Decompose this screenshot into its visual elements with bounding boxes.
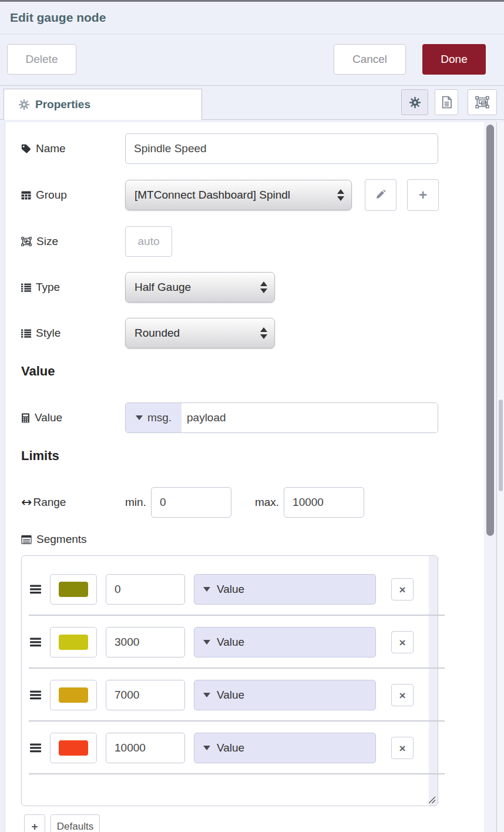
appearance-tab-button[interactable]	[468, 89, 497, 115]
drag-handle-icon[interactable]	[30, 690, 42, 700]
dialog-header: Edit gauge node	[0, 2, 504, 34]
select-arrows-icon	[260, 281, 267, 293]
window-scrollbar-track[interactable]	[498, 122, 504, 832]
name-label: Name	[21, 142, 125, 155]
arrows-horizontal-icon: ↔	[21, 496, 32, 509]
delete-segment-button[interactable]: ×	[391, 631, 414, 653]
caret-down-icon	[203, 640, 210, 645]
segment-row: Value ×	[30, 722, 438, 774]
tab-properties-label: Properties	[35, 98, 90, 111]
segment-value-input[interactable]	[106, 733, 185, 763]
size-row: Size auto	[21, 226, 496, 257]
segment-row: Value ×	[30, 669, 438, 722]
range-label: ↔ Range	[21, 496, 125, 509]
max-label: max.	[255, 496, 279, 509]
group-row: Group [MTConnect Dashboard] Spindl +	[21, 179, 496, 211]
description-tab-button[interactable]	[435, 89, 458, 115]
properties-tab-button[interactable]	[401, 89, 428, 115]
name-row: Name	[21, 133, 496, 164]
delete-segment-button[interactable]: ×	[391, 578, 414, 600]
value-row: Value msg.	[21, 402, 496, 433]
object-group-icon	[21, 237, 32, 246]
delete-button[interactable]: Delete	[7, 44, 76, 75]
dialog-title: Edit gauge node	[10, 11, 106, 25]
plus-icon: +	[419, 188, 427, 202]
size-auto-button[interactable]: auto	[125, 226, 172, 257]
range-row: ↔ Range min. max.	[21, 487, 496, 518]
range-min-input[interactable]	[151, 487, 231, 518]
type-row: Type Half Gauge	[21, 272, 496, 303]
properties-form-panel: Name Group [MTConnect Dashboard] Spindl	[5, 122, 497, 832]
segments-footer: + Defaults	[24, 814, 496, 832]
segment-type-select[interactable]: Value	[194, 733, 376, 763]
select-arrows-icon	[260, 327, 267, 339]
segment-value-input[interactable]	[106, 627, 185, 657]
typed-input-type-button[interactable]: msg.	[126, 403, 182, 432]
delete-segment-button[interactable]: ×	[391, 737, 414, 759]
caret-down-icon	[203, 587, 210, 592]
value-section-heading: Value	[21, 364, 496, 379]
resize-handle-icon[interactable]	[426, 794, 436, 804]
segment-color-swatch	[59, 635, 88, 650]
segment-type-select[interactable]: Value	[194, 680, 376, 710]
appearance-frame-icon	[475, 96, 489, 109]
segment-color-button[interactable]	[50, 733, 97, 763]
add-segment-button[interactable]: +	[24, 814, 45, 832]
segment-color-button[interactable]	[50, 627, 97, 657]
value-label: Value	[21, 411, 125, 424]
type-label: Type	[21, 281, 125, 294]
segment-value-input[interactable]	[106, 574, 185, 605]
segments-label: Segments	[21, 533, 496, 546]
segments-editor: Value ×	[21, 555, 438, 806]
segment-color-swatch	[59, 740, 88, 756]
table-icon	[21, 191, 31, 200]
done-button[interactable]: Done	[422, 44, 486, 75]
window-scrollbar-thumb[interactable]	[499, 400, 503, 491]
segment-color-swatch	[59, 687, 88, 703]
segment-type-select[interactable]: Value	[194, 627, 376, 657]
tab-properties[interactable]: Properties	[4, 89, 202, 120]
min-label: min.	[125, 496, 146, 509]
style-label: Style	[21, 327, 125, 340]
style-row: Style Rounded	[21, 318, 496, 348]
segment-color-button[interactable]	[50, 574, 97, 605]
value-typed-input: msg.	[125, 402, 438, 433]
list-icon	[21, 329, 31, 338]
edit-group-button[interactable]	[365, 179, 397, 211]
limits-section-heading: Limits	[21, 448, 496, 464]
segment-value-input[interactable]	[106, 680, 185, 710]
select-arrows-icon	[337, 189, 344, 201]
defaults-button[interactable]: Defaults	[51, 814, 100, 832]
range-max-input[interactable]	[284, 487, 364, 518]
group-label: Group	[21, 189, 125, 202]
segment-color-swatch	[59, 582, 88, 597]
group-select[interactable]: [MTConnect Dashboard] Spindl	[125, 180, 352, 210]
value-property-input[interactable]	[182, 403, 438, 432]
style-select[interactable]: Rounded	[125, 318, 275, 348]
gear-icon	[19, 99, 29, 110]
add-group-button[interactable]: +	[407, 179, 439, 211]
form-scrollbar-thumb[interactable]	[486, 125, 494, 536]
segment-type-select[interactable]: Value	[194, 574, 376, 605]
gear-icon	[409, 97, 421, 108]
form-scrollbar-track[interactable]	[484, 122, 496, 832]
drag-handle-icon[interactable]	[30, 743, 42, 753]
document-icon	[441, 96, 452, 109]
drag-handle-icon[interactable]	[30, 638, 42, 647]
caret-down-icon	[136, 415, 143, 420]
type-select[interactable]: Half Gauge	[125, 272, 275, 303]
typed-input-prefix: msg.	[147, 411, 172, 424]
delete-segment-button[interactable]: ×	[391, 684, 414, 706]
name-input[interactable]	[125, 133, 438, 164]
segment-color-button[interactable]	[50, 680, 97, 710]
dialog-button-bar: Delete Cancel Done	[0, 34, 504, 86]
caret-down-icon	[203, 746, 210, 750]
cancel-button[interactable]: Cancel	[334, 44, 406, 75]
list-table-icon	[21, 535, 32, 544]
caret-down-icon	[203, 693, 210, 697]
segment-row: Value ×	[30, 616, 438, 669]
list-icon	[21, 283, 31, 292]
drag-handle-icon[interactable]	[30, 585, 42, 594]
pencil-icon	[375, 190, 386, 200]
tag-icon	[21, 144, 31, 154]
